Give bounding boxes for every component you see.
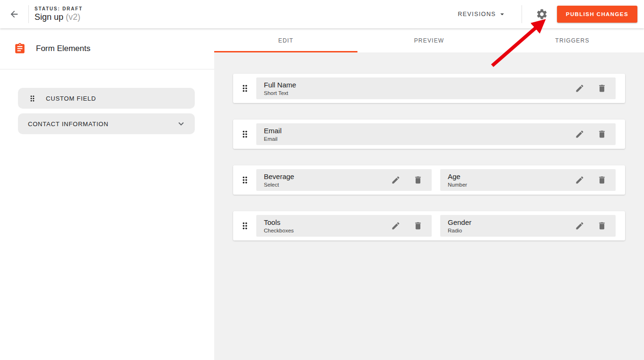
pencil-icon <box>575 221 584 231</box>
drag-handle-icon[interactable] <box>233 129 256 139</box>
field-name: Email <box>264 127 572 136</box>
tab-edit[interactable]: EDIT <box>214 28 357 52</box>
tab-triggers[interactable]: TRIGGERS <box>501 28 644 52</box>
page-title: Sign up(v2) <box>35 12 83 22</box>
delete-field-button[interactable] <box>594 80 610 96</box>
field-box-gender: Gender Radio <box>440 215 616 237</box>
field-name: Age <box>448 172 572 181</box>
publish-changes-button[interactable]: PUBLISH CHANGES <box>557 6 637 23</box>
drag-handle-icon[interactable] <box>233 221 256 231</box>
sidebar-item-list: CUSTOM FIELD CONTACT INFORMATION <box>0 69 214 134</box>
field-box-email: Email Email <box>256 123 616 145</box>
delete-field-button[interactable] <box>410 172 426 188</box>
field-type: Email <box>264 136 572 142</box>
field-name: Full Name <box>264 81 572 90</box>
edit-field-button[interactable] <box>572 172 588 188</box>
field-type: Select <box>264 182 388 188</box>
status-badge: STATUS: DRAFT <box>35 6 83 11</box>
form-version: (v2) <box>66 12 80 22</box>
header-actions: REVISIONS PUBLISH CHANGES <box>455 5 637 24</box>
sidebar-title: Form Elements <box>36 44 90 53</box>
settings-button[interactable] <box>532 5 551 24</box>
main-panel: EDIT PREVIEW TRIGGERS Full Name Short Te… <box>214 28 644 360</box>
pencil-icon <box>391 175 400 185</box>
sidebar-item-contact-information[interactable]: CONTACT INFORMATION <box>18 113 195 134</box>
revisions-button[interactable]: REVISIONS <box>455 6 509 22</box>
edit-field-button[interactable] <box>572 218 588 234</box>
edit-field-button[interactable] <box>572 80 588 96</box>
arrow-back-icon <box>9 9 19 19</box>
form-title-block: STATUS: DRAFT Sign up(v2) <box>35 6 83 22</box>
delete-field-button[interactable] <box>410 218 426 234</box>
back-button[interactable] <box>5 5 24 24</box>
delete-field-button[interactable] <box>594 218 610 234</box>
pencil-icon <box>575 129 584 139</box>
trash-icon <box>597 175 607 185</box>
delete-field-button[interactable] <box>594 126 610 142</box>
field-type: Checkboxes <box>264 228 388 233</box>
field-row-beverage-age: Beverage Select Age Number <box>233 165 625 195</box>
pencil-icon <box>391 221 400 231</box>
top-bar: STATUS: DRAFT Sign up(v2) REVISIONS PUBL… <box>0 0 644 28</box>
field-box-tools: Tools Checkboxes <box>256 215 432 237</box>
caret-down-icon <box>498 10 506 18</box>
pencil-icon <box>575 175 584 185</box>
field-name: Beverage <box>264 172 388 181</box>
field-box-age: Age Number <box>440 169 616 191</box>
sidebar-item-custom-field[interactable]: CUSTOM FIELD <box>18 88 195 109</box>
field-row-tools-gender: Tools Checkboxes Gender Radio <box>233 211 625 240</box>
form-elements-sidebar: Form Elements CUSTOM FIELD CONTACT INFOR… <box>0 28 214 360</box>
gear-icon <box>536 8 548 20</box>
sidebar-item-label: CUSTOM FIELD <box>46 95 96 102</box>
delete-field-button[interactable] <box>594 172 610 188</box>
edit-field-button[interactable] <box>388 172 404 188</box>
field-name: Tools <box>264 218 388 227</box>
field-row-email: Email Email <box>233 120 625 149</box>
edit-field-button[interactable] <box>572 126 588 142</box>
sidebar-item-label: CONTACT INFORMATION <box>28 120 108 128</box>
tab-bar: EDIT PREVIEW TRIGGERS <box>214 28 644 52</box>
pencil-icon <box>575 84 584 93</box>
form-canvas: Full Name Short Text <box>214 52 644 360</box>
sidebar-header: Form Elements <box>0 28 214 69</box>
edit-field-button[interactable] <box>388 218 404 234</box>
tab-preview[interactable]: PREVIEW <box>357 28 501 52</box>
trash-icon <box>597 84 607 93</box>
clipboard-icon <box>14 43 26 55</box>
chevron-down-icon <box>176 119 186 129</box>
field-name: Gender <box>448 218 572 227</box>
page-body: Form Elements CUSTOM FIELD CONTACT INFOR… <box>0 28 644 360</box>
field-row-full-name: Full Name Short Text <box>233 74 625 103</box>
drag-handle-icon[interactable] <box>233 83 256 94</box>
form-name: Sign up <box>35 12 63 22</box>
field-box-beverage: Beverage Select <box>256 169 432 191</box>
header-divider <box>28 5 29 23</box>
field-type: Short Text <box>264 90 572 96</box>
revisions-label: REVISIONS <box>458 11 496 17</box>
trash-icon <box>413 221 423 231</box>
drag-handle-icon <box>28 94 37 103</box>
trash-icon <box>413 175 423 185</box>
drag-handle-icon[interactable] <box>233 175 256 185</box>
trash-icon <box>597 221 607 231</box>
field-type: Number <box>448 182 572 188</box>
header-divider <box>522 5 522 23</box>
field-type: Radio <box>448 228 572 233</box>
trash-icon <box>597 129 607 139</box>
field-box-full-name: Full Name Short Text <box>256 77 616 99</box>
